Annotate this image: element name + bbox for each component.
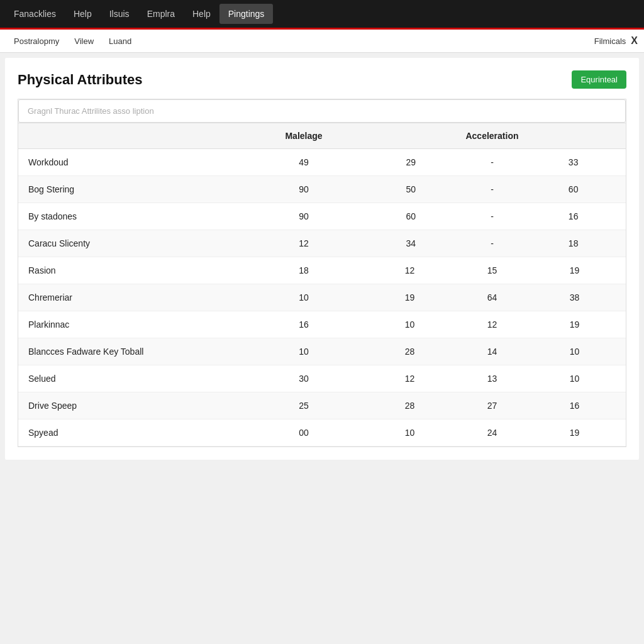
page-header: Physical Attributes Equrinteal bbox=[18, 70, 626, 89]
table-row: Drive Speep25282716 bbox=[18, 392, 626, 419]
accel-val2: 16 bbox=[569, 211, 579, 221]
col-header-name bbox=[18, 123, 249, 149]
accel-val2: 38 bbox=[570, 292, 580, 303]
cell-name: Blancces Fadware Key Toball bbox=[18, 338, 249, 365]
nav-help1[interactable]: Help bbox=[65, 4, 101, 24]
accel-sep: 14 bbox=[487, 347, 497, 357]
cell-acceleration: 34-18 bbox=[358, 230, 626, 257]
accel-sep: 27 bbox=[487, 401, 497, 411]
nav-help2[interactable]: Help bbox=[184, 4, 219, 24]
table-row: Plarkinnac16101219 bbox=[18, 311, 626, 338]
cell-name: Spyead bbox=[18, 419, 249, 447]
cell-malelage: 25 bbox=[249, 392, 358, 419]
accel-val1: 10 bbox=[405, 319, 415, 330]
cell-acceleration: 121310 bbox=[358, 365, 626, 392]
accel-val2: 19 bbox=[570, 319, 580, 330]
table-wrapper: Gragnl Thurac Attrilites asso liption Ma… bbox=[18, 99, 626, 447]
cell-name: Chremeriar bbox=[18, 284, 249, 311]
accel-val1: 28 bbox=[405, 347, 415, 357]
cell-malelage: 30 bbox=[249, 365, 358, 392]
cell-acceleration: 281410 bbox=[358, 338, 626, 365]
cell-malelage: 12 bbox=[249, 230, 358, 257]
col-header-malelage: Malelage bbox=[249, 123, 358, 149]
nav-pingtings[interactable]: Pingtings bbox=[219, 4, 274, 24]
main-content: Physical Attributes Equrinteal Gragnl Th… bbox=[5, 58, 639, 460]
nav-vilew[interactable]: Vilew bbox=[67, 33, 101, 50]
description-box: Gragnl Thurac Attrilites asso liption bbox=[18, 99, 626, 123]
accel-sep: 64 bbox=[487, 292, 497, 303]
accel-sep: - bbox=[491, 211, 494, 221]
accel-sep: 12 bbox=[487, 319, 497, 330]
page-title: Physical Attributes bbox=[18, 72, 142, 88]
nav-luand[interactable]: Luand bbox=[101, 33, 139, 50]
accel-sep: - bbox=[491, 157, 494, 167]
accel-sep: 15 bbox=[487, 265, 497, 275]
nav-ilsuis[interactable]: Ilsuis bbox=[101, 4, 138, 24]
attributes-table: Malelage Acceleration Workdoud4929-33Bog… bbox=[18, 123, 626, 447]
secondary-nav-right: Filmicals X bbox=[594, 35, 638, 47]
accel-sep: - bbox=[491, 238, 494, 248]
cell-acceleration: 196438 bbox=[358, 284, 626, 311]
col-header-acceleration: Acceleration bbox=[358, 123, 626, 149]
cell-acceleration: 282716 bbox=[358, 392, 626, 419]
accel-val2: 10 bbox=[570, 374, 580, 384]
accel-val2: 18 bbox=[569, 238, 579, 248]
cell-acceleration: 102419 bbox=[358, 419, 626, 447]
table-row: Bog Stering9050-60 bbox=[18, 176, 626, 203]
cell-malelage: 18 bbox=[249, 257, 358, 284]
accel-val1: 12 bbox=[405, 265, 415, 275]
cell-name: Selued bbox=[18, 365, 249, 392]
close-button[interactable]: X bbox=[631, 35, 638, 47]
accel-val2: 10 bbox=[570, 347, 580, 357]
filmicals-label: Filmicals bbox=[594, 36, 626, 46]
cell-name: Drive Speep bbox=[18, 392, 249, 419]
table-row: Caracu Slicenty1234-18 bbox=[18, 230, 626, 257]
accel-val2: 16 bbox=[570, 401, 580, 411]
table-row: Spyead00102419 bbox=[18, 419, 626, 447]
accel-val2: 60 bbox=[569, 184, 579, 194]
nav-emplra[interactable]: Emplra bbox=[138, 4, 184, 24]
cell-malelage: 90 bbox=[249, 176, 358, 203]
accel-val1: 50 bbox=[406, 184, 416, 194]
table-row: By stadones9060-16 bbox=[18, 203, 626, 230]
cell-name: By stadones bbox=[18, 203, 249, 230]
table-row: Blancces Fadware Key Toball10281410 bbox=[18, 338, 626, 365]
accel-val2: 19 bbox=[570, 428, 580, 438]
accel-val1: 34 bbox=[406, 238, 416, 248]
cell-acceleration: 29-33 bbox=[358, 149, 626, 176]
accel-sep: - bbox=[491, 184, 494, 194]
cell-acceleration: 50-60 bbox=[358, 176, 626, 203]
accel-val2: 19 bbox=[570, 265, 580, 275]
accel-val1: 60 bbox=[406, 211, 416, 221]
cell-acceleration: 121519 bbox=[358, 257, 626, 284]
table-header-row: Malelage Acceleration bbox=[18, 123, 626, 149]
cell-name: Caracu Slicenty bbox=[18, 230, 249, 257]
accel-sep: 13 bbox=[487, 374, 497, 384]
nav-fanacklies[interactable]: Fanacklies bbox=[5, 4, 65, 24]
cell-malelage: 00 bbox=[249, 419, 358, 447]
table-row: Chremeriar10196438 bbox=[18, 284, 626, 311]
cell-name: Bog Stering bbox=[18, 176, 249, 203]
cell-acceleration: 60-16 bbox=[358, 203, 626, 230]
cell-name: Workdoud bbox=[18, 149, 249, 176]
cell-malelage: 16 bbox=[249, 311, 358, 338]
table-row: Workdoud4929-33 bbox=[18, 149, 626, 176]
cell-acceleration: 101219 bbox=[358, 311, 626, 338]
accel-val2: 33 bbox=[569, 157, 579, 167]
cell-malelage: 10 bbox=[249, 284, 358, 311]
cell-malelage: 10 bbox=[249, 338, 358, 365]
secondary-navigation: Postralopmy Vilew Luand Filmicals X bbox=[0, 28, 644, 53]
accel-val1: 10 bbox=[405, 428, 415, 438]
equrinteal-button[interactable]: Equrinteal bbox=[572, 70, 626, 89]
cell-name: Plarkinnac bbox=[18, 311, 249, 338]
cell-name: Rasion bbox=[18, 257, 249, 284]
nav-postralopmy[interactable]: Postralopmy bbox=[6, 33, 67, 50]
table-row: Selued30121310 bbox=[18, 365, 626, 392]
table-row: Rasion18121519 bbox=[18, 257, 626, 284]
cell-malelage: 49 bbox=[249, 149, 358, 176]
accel-val1: 29 bbox=[406, 157, 416, 167]
cell-malelage: 90 bbox=[249, 203, 358, 230]
accel-sep: 24 bbox=[487, 428, 497, 438]
top-navigation: Fanacklies Help Ilsuis Emplra Help Pingt… bbox=[0, 0, 644, 28]
accel-val1: 28 bbox=[405, 401, 415, 411]
